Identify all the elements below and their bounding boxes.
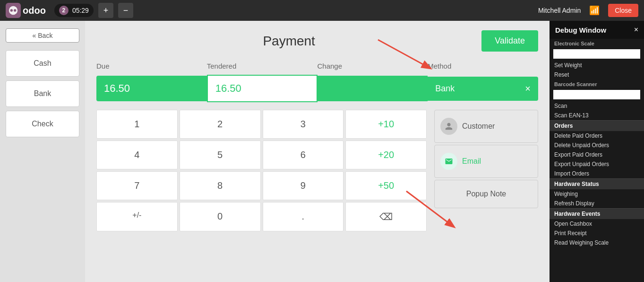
remove-order-button[interactable]: − [118, 3, 133, 18]
payment-row: 16.50 Bank × [96, 75, 538, 102]
bank-method-button[interactable]: Bank [6, 80, 79, 107]
num-7[interactable]: 7 [96, 171, 178, 200]
back-button[interactable]: « Back [6, 28, 79, 43]
order-badge: 2 05:29 [54, 4, 94, 17]
tendered-header: Tendered [207, 62, 318, 70]
svg-point-1 [10, 9, 13, 12]
num-3[interactable]: 3 [263, 110, 344, 139]
payment-title: Payment [96, 34, 481, 49]
scan-button[interactable]: Scan [550, 101, 644, 111]
num-plus10[interactable]: +10 [345, 110, 427, 139]
barcode-scanner-label: Barcode Scanner [550, 79, 644, 88]
num-dot[interactable]: . [263, 202, 344, 231]
email-label: Email [462, 157, 481, 166]
validate-button[interactable]: Validate [481, 30, 538, 52]
left-panel: « Back Cash Bank Check [0, 21, 85, 282]
content-wrapper: Payment Validate Due Tendered Change Met… [85, 21, 644, 282]
print-receipt-button[interactable]: Print Receipt [550, 229, 644, 238]
due-header: Due [96, 62, 207, 70]
popup-note-button[interactable]: Popup Note [434, 180, 538, 208]
payment-header: Payment Validate [96, 30, 538, 52]
set-weight-button[interactable]: Set Weight [550, 61, 644, 70]
num-1[interactable]: 1 [96, 110, 178, 139]
numpad-action-row: 1 2 3 +10 4 5 6 +20 7 8 9 +50 +/- 0 . ⌫ [96, 110, 538, 231]
delete-payment-icon[interactable]: × [525, 83, 531, 94]
main-content: « Back Cash Bank Check Payment Validate … [0, 21, 644, 282]
logo-text: odoo [23, 5, 46, 16]
num-9[interactable]: 9 [263, 171, 344, 200]
num-6[interactable]: 6 [263, 141, 344, 169]
num-8[interactable]: 8 [180, 171, 261, 200]
weighing-button[interactable]: Weighing [550, 189, 644, 199]
num-2[interactable]: 2 [180, 110, 261, 139]
method-name: Bank [435, 84, 455, 94]
hardware-events-section-header: Hardware Events [550, 208, 644, 219]
check-method-button[interactable]: Check [6, 111, 79, 137]
electronic-scale-input[interactable] [553, 49, 640, 59]
logo-icon [6, 3, 21, 18]
wifi-icon: 📶 [589, 5, 600, 16]
cash-method-button[interactable]: Cash [6, 50, 79, 77]
close-button[interactable]: Close [608, 4, 638, 17]
customer-icon [440, 118, 457, 135]
num-plus20[interactable]: +20 [345, 141, 427, 169]
debug-panel-header: Debug Window × [550, 21, 644, 39]
num-0[interactable]: 0 [180, 202, 261, 231]
svg-point-2 [14, 9, 16, 12]
customer-button[interactable]: Customer [434, 110, 538, 143]
num-4[interactable]: 4 [96, 141, 178, 169]
barcode-input[interactable] [553, 90, 640, 99]
order-number: 2 [59, 6, 69, 15]
hardware-status-section-header: Hardware Status [550, 178, 644, 189]
export-paid-orders-button[interactable]: Export Paid Orders [550, 150, 644, 159]
add-order-button[interactable]: + [98, 3, 113, 18]
action-buttons: Customer Email Popup Note [434, 110, 538, 231]
customer-label: Customer [462, 122, 495, 131]
order-time: 05:29 [72, 7, 89, 14]
topbar: odoo 2 05:29 + − Mitchell Admin 📶 Close [0, 0, 644, 21]
electronic-scale-label: Electronic Scale [550, 39, 644, 47]
payment-method-cell: Bank × [428, 77, 538, 101]
change-header: Change [318, 62, 428, 70]
refresh-display-button[interactable]: Refresh Display [550, 199, 644, 208]
delete-paid-orders-button[interactable]: Delete Paid Orders [550, 131, 644, 141]
payment-table-header: Due Tendered Change Method [96, 59, 538, 73]
reset-button[interactable]: Reset [550, 70, 644, 79]
due-amount: 16.50 [96, 76, 207, 101]
num-plus50[interactable]: +50 [345, 171, 427, 200]
scan-ean-button[interactable]: Scan EAN-13 [550, 111, 644, 120]
import-orders-button[interactable]: Import Orders [550, 169, 644, 178]
numpad: 1 2 3 +10 4 5 6 +20 7 8 9 +50 +/- 0 . ⌫ [96, 110, 427, 231]
email-button[interactable]: Email [434, 145, 538, 178]
debug-panel: Debug Window × Electronic Scale Set Weig… [550, 21, 644, 282]
odoo-logo: odoo [6, 3, 46, 18]
read-weighing-scale-button[interactable]: Read Weighing Scale [550, 238, 644, 247]
email-icon [440, 153, 457, 170]
method-header: Method [428, 62, 538, 70]
change-amount [318, 76, 428, 101]
num-backspace[interactable]: ⌫ [345, 202, 427, 231]
user-name: Mitchell Admin [538, 7, 581, 14]
num-5[interactable]: 5 [180, 141, 261, 169]
export-unpaid-orders-button[interactable]: Export Unpaid Orders [550, 159, 644, 169]
debug-panel-title: Debug Window [555, 26, 606, 34]
center-panel: Payment Validate Due Tendered Change Met… [85, 21, 550, 282]
debug-close-button[interactable]: × [634, 26, 638, 34]
tendered-input[interactable] [207, 75, 318, 102]
payment-table: Due Tendered Change Method 16.50 Bank × [96, 59, 538, 102]
num-plusminus[interactable]: +/- [96, 202, 178, 231]
delete-unpaid-orders-button[interactable]: Delete Unpaid Orders [550, 141, 644, 150]
open-cashbox-button[interactable]: Open Cashbox [550, 219, 644, 229]
orders-section-header: Orders [550, 120, 644, 131]
